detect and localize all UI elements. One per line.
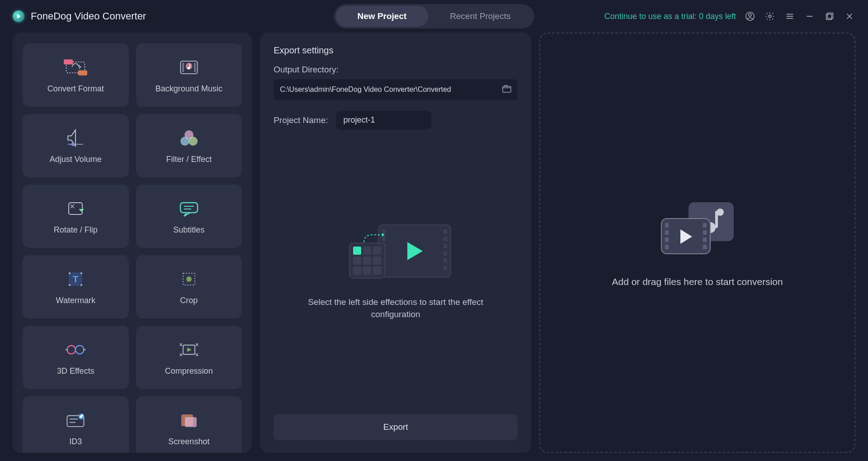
- svg-rect-83: [703, 245, 707, 249]
- output-path-text: C:\Users\admin\FoneDog Video Converter\C…: [280, 86, 451, 94]
- svg-point-23: [189, 137, 198, 146]
- svg-rect-50: [382, 229, 386, 234]
- export-button[interactable]: Export: [274, 414, 518, 440]
- project-tabs: New Project Recent Projects: [334, 4, 534, 29]
- tool-label: Subtitles: [173, 225, 204, 235]
- tool-label: Filter / Effect: [166, 155, 212, 164]
- svg-text:T: T: [73, 274, 78, 284]
- tool-screenshot[interactable]: Screenshot: [136, 396, 242, 453]
- output-directory-row: C:\Users\admin\FoneDog Video Converter\C…: [274, 79, 518, 100]
- tool-subtitles[interactable]: Subtitles: [136, 185, 242, 248]
- svg-rect-48: [503, 86, 511, 92]
- main-content: Convert Format Background Music Adjust V…: [0, 33, 868, 461]
- tool-label: 3D Effects: [57, 366, 94, 376]
- maximize-icon[interactable]: [824, 10, 835, 22]
- svg-rect-68: [373, 257, 381, 265]
- dropzone-text: Add or drag files here to start conversi…: [612, 276, 783, 287]
- svg-rect-79: [665, 245, 669, 249]
- output-directory-label: Output Directory:: [274, 65, 518, 75]
- filter-effect-icon: [177, 128, 201, 148]
- tool-id3[interactable]: ID3: [23, 396, 129, 453]
- header-right: Continue to use as a trial: 0 days left: [604, 10, 855, 22]
- profile-icon[interactable]: [744, 10, 756, 22]
- svg-point-30: [69, 272, 71, 274]
- tab-new-project[interactable]: New Project: [336, 6, 429, 27]
- tool-crop[interactable]: Crop: [136, 255, 242, 318]
- tools-panel[interactable]: Convert Format Background Music Adjust V…: [13, 33, 252, 453]
- svg-rect-15: [182, 62, 184, 71]
- svg-rect-8: [826, 14, 832, 19]
- effect-placeholder-icon: [337, 217, 454, 285]
- output-directory-field[interactable]: C:\Users\admin\FoneDog Video Converter\C…: [274, 79, 518, 100]
- tool-label: Crop: [180, 296, 198, 305]
- svg-rect-70: [363, 266, 371, 275]
- tool-label: Compression: [165, 366, 213, 376]
- tool-filter-effect[interactable]: Filter / Effect: [136, 114, 242, 177]
- svg-rect-77: [665, 230, 669, 235]
- tool-label: ID3: [69, 437, 82, 447]
- tool-watermark[interactable]: T Watermark: [23, 255, 129, 318]
- svg-point-36: [67, 345, 76, 354]
- tool-3d-effects[interactable]: 3D Effects: [23, 326, 129, 389]
- tool-rotate-flip[interactable]: Rotate / Flip: [23, 185, 129, 248]
- svg-rect-80: [703, 223, 707, 228]
- svg-point-2: [769, 15, 771, 18]
- file-dropzone[interactable]: Add or drag files here to start conversi…: [539, 33, 855, 453]
- export-settings-title: Export settings: [274, 45, 518, 56]
- rotate-flip-icon: [64, 198, 87, 219]
- tool-convert-format[interactable]: Convert Format: [23, 43, 129, 107]
- svg-rect-66: [353, 257, 361, 265]
- app-title: FoneDog Video Converter: [31, 10, 146, 22]
- settings-icon[interactable]: [764, 10, 776, 22]
- tab-recent-projects[interactable]: Recent Projects: [428, 6, 532, 27]
- compression-icon: [177, 339, 201, 360]
- tool-label: Screenshot: [168, 437, 209, 447]
- project-name-input[interactable]: [336, 111, 431, 129]
- effect-hint-text: Select the left side effections to start…: [301, 296, 491, 320]
- svg-point-18: [187, 67, 190, 70]
- tool-label: Convert Format: [47, 84, 104, 94]
- svg-point-20: [71, 143, 75, 146]
- tool-label: Background Music: [156, 84, 222, 94]
- svg-rect-25: [180, 203, 198, 213]
- trial-status[interactable]: Continue to use as a trial: 0 days left: [604, 12, 736, 21]
- screenshot-icon: [177, 410, 201, 431]
- minimize-icon[interactable]: [804, 10, 816, 22]
- tool-compression[interactable]: Compression: [136, 326, 242, 389]
- svg-rect-71: [373, 266, 381, 275]
- project-name-row: Project Name:: [274, 111, 518, 129]
- tool-label: Watermark: [56, 296, 95, 305]
- svg-rect-12: [64, 59, 73, 64]
- menu-icon[interactable]: [784, 10, 796, 22]
- svg-rect-82: [703, 238, 707, 242]
- svg-point-33: [80, 284, 82, 286]
- svg-rect-7: [827, 13, 833, 19]
- watermark-icon: T: [64, 269, 87, 290]
- svg-rect-76: [665, 223, 669, 228]
- svg-point-74: [717, 209, 724, 216]
- svg-rect-78: [665, 238, 669, 242]
- tool-adjust-volume[interactable]: Adjust Volume: [23, 114, 129, 177]
- svg-point-32: [69, 284, 71, 286]
- project-name-label: Project Name:: [274, 115, 328, 125]
- background-music-icon: [177, 57, 201, 78]
- close-icon[interactable]: [844, 10, 855, 22]
- svg-rect-65: [373, 247, 381, 255]
- dropzone-icon: [657, 199, 738, 257]
- tool-grid: Convert Format Background Music Adjust V…: [23, 43, 242, 453]
- svg-rect-13: [78, 70, 87, 75]
- svg-rect-51: [382, 237, 386, 241]
- convert-format-icon: [64, 57, 87, 78]
- svg-rect-60: [443, 258, 447, 263]
- header-left: FoneDog Video Converter: [13, 10, 146, 22]
- svg-rect-61: [443, 266, 447, 270]
- browse-folder-icon[interactable]: [502, 85, 511, 95]
- svg-rect-16: [194, 62, 196, 71]
- svg-rect-67: [363, 257, 371, 265]
- tool-background-music[interactable]: Background Music: [136, 43, 242, 107]
- adjust-volume-icon: [64, 128, 87, 148]
- svg-point-35: [186, 276, 192, 282]
- svg-point-31: [80, 272, 82, 274]
- svg-rect-47: [185, 417, 197, 427]
- svg-point-22: [180, 137, 189, 146]
